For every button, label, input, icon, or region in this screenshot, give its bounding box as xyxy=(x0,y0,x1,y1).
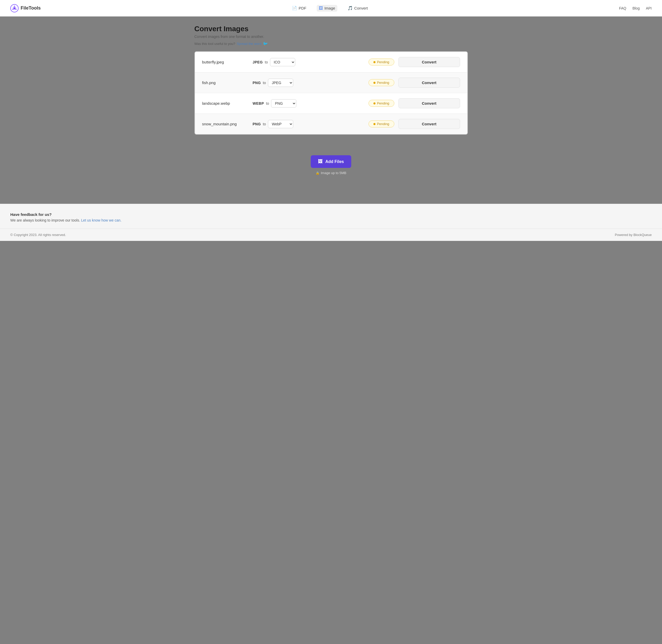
nav-label-image: Image xyxy=(324,6,335,10)
nav-item-image[interactable]: 🖼 Image xyxy=(317,5,337,12)
status-badge: Pending xyxy=(368,79,394,86)
svg-point-3 xyxy=(14,6,15,7)
status-text: Pending xyxy=(377,101,389,105)
format-select[interactable]: JPEGICOPNGWebPBMPGIFTIFF xyxy=(268,79,293,87)
twitter-icon[interactable]: 🐦 xyxy=(263,41,268,46)
footer-bottom: © Copyright 2023. All rights reserved. P… xyxy=(0,229,662,241)
copyright-text: © Copyright 2023. All rights reserved. xyxy=(10,233,66,237)
status-dot xyxy=(373,82,375,84)
status-badge: Pending xyxy=(368,120,394,128)
blog-link[interactable]: Blog xyxy=(632,6,640,10)
drop-zone[interactable]: 🖼 Add Files 🔒 Image up to 5MB xyxy=(195,135,468,185)
status-text: Pending xyxy=(377,122,389,126)
spread-word-link[interactable]: Spread the word xyxy=(237,42,261,46)
convert-nav-icon: 🎵 xyxy=(348,6,353,10)
format-from: WEBP xyxy=(253,101,264,106)
nav-item-pdf[interactable]: 📄 PDF xyxy=(290,5,309,12)
table-row: fish.pngPNGtoJPEGICOPNGWebPBMPGIFTIFFPen… xyxy=(195,72,467,93)
logo-text: FileTools xyxy=(21,5,41,11)
convert-button[interactable]: Convert xyxy=(398,57,460,67)
nav-item-convert[interactable]: 🎵 Convert xyxy=(346,5,370,12)
status-badge: Pending xyxy=(368,59,394,66)
nav-label-pdf: PDF xyxy=(299,6,306,10)
header: FileTools 📄 PDF 🖼 Image 🎵 Convert FAQ Bl… xyxy=(0,0,662,17)
status-text: Pending xyxy=(377,81,389,85)
file-name: landscape.webp xyxy=(202,101,249,106)
faq-link[interactable]: FAQ xyxy=(619,6,626,10)
format-from: JPEG xyxy=(253,60,263,64)
page-subtitle: Convert images from one format to anothe… xyxy=(195,34,468,39)
svg-point-4 xyxy=(16,9,17,10)
status-text: Pending xyxy=(377,60,389,64)
svg-point-2 xyxy=(14,7,16,9)
powered-by-text: Powered by BlockQueue xyxy=(615,233,652,237)
feedback-text: We are always looking to improve our too… xyxy=(10,218,652,222)
file-list-container: butterfly.jpegJPEGtoICOPNGJPEGWebPBMPGIF… xyxy=(195,51,468,135)
format-to-label: to xyxy=(263,122,266,126)
api-link[interactable]: API xyxy=(646,6,652,10)
nav-label-convert: Convert xyxy=(354,6,368,10)
logo-icon xyxy=(10,4,19,13)
convert-button[interactable]: Convert xyxy=(398,98,460,108)
format-from: PNG xyxy=(253,81,261,85)
svg-point-5 xyxy=(13,9,14,10)
format-select[interactable]: WebPICOJPEGPNGBMPGIFTIFF xyxy=(268,120,293,128)
file-limit-label: Image up to 5MB xyxy=(321,171,346,175)
main-content: Convert Images Convert images from one f… xyxy=(189,17,473,193)
file-name: snow_mountain.png xyxy=(202,122,249,126)
table-row: landscape.webpWEBPtoPNGICOJPEGWebPBMPGIF… xyxy=(195,93,467,114)
convert-button[interactable]: Convert xyxy=(398,119,460,129)
file-name: fish.png xyxy=(202,80,249,85)
image-icon: 🖼 xyxy=(319,6,323,10)
feedback-title: Have feedback for us? xyxy=(10,212,652,217)
page-wrapper: Convert Images Convert images from one f… xyxy=(0,17,662,193)
table-row: butterfly.jpegJPEGtoICOPNGJPEGWebPBMPGIF… xyxy=(195,52,467,72)
header-links: FAQ Blog API xyxy=(619,6,652,10)
file-name: butterfly.jpeg xyxy=(202,60,249,64)
status-dot xyxy=(373,102,375,105)
status-dot xyxy=(373,123,375,125)
format-to-label: to xyxy=(266,101,269,106)
spread-word-row: Was this tool useful to you? Spread the … xyxy=(195,41,468,46)
page-title: Convert Images xyxy=(195,25,468,33)
add-files-icon: 🖼 xyxy=(318,159,323,164)
add-files-label: Add Files xyxy=(325,159,344,164)
format-section: PNGtoJPEGICOPNGWebPBMPGIFTIFF xyxy=(253,79,310,87)
format-from: PNG xyxy=(253,122,261,126)
add-files-button[interactable]: 🖼 Add Files xyxy=(311,155,351,168)
file-limit-text: 🔒 Image up to 5MB xyxy=(316,171,346,175)
status-badge: Pending xyxy=(368,100,394,107)
footer-feedback: Have feedback for us? We are always look… xyxy=(0,204,662,229)
lock-icon: 🔒 xyxy=(316,171,320,175)
pdf-icon: 📄 xyxy=(292,6,297,10)
spread-prefix: Was this tool useful to you? xyxy=(195,42,235,46)
format-section: WEBPtoPNGICOJPEGWebPBMPGIFTIFF xyxy=(253,99,310,108)
format-select[interactable]: ICOPNGJPEGWebPBMPGIFTIFF xyxy=(270,58,295,66)
format-to-label: to xyxy=(263,81,266,85)
format-to-label: to xyxy=(265,60,268,64)
format-select[interactable]: PNGICOJPEGWebPBMPGIFTIFF xyxy=(271,99,296,108)
logo[interactable]: FileTools xyxy=(10,4,41,13)
feedback-text-main: We are always looking to improve our too… xyxy=(10,218,80,222)
feedback-link[interactable]: Let us know how we can. xyxy=(81,218,121,222)
format-section: PNGtoWebPICOJPEGPNGBMPGIFTIFF xyxy=(253,120,310,128)
format-section: JPEGtoICOPNGJPEGWebPBMPGIFTIFF xyxy=(253,58,310,66)
main-nav: 📄 PDF 🖼 Image 🎵 Convert xyxy=(290,5,370,12)
status-dot xyxy=(373,61,375,63)
table-row: snow_mountain.pngPNGtoWebPICOJPEGPNGBMPG… xyxy=(195,114,467,134)
convert-button[interactable]: Convert xyxy=(398,78,460,88)
